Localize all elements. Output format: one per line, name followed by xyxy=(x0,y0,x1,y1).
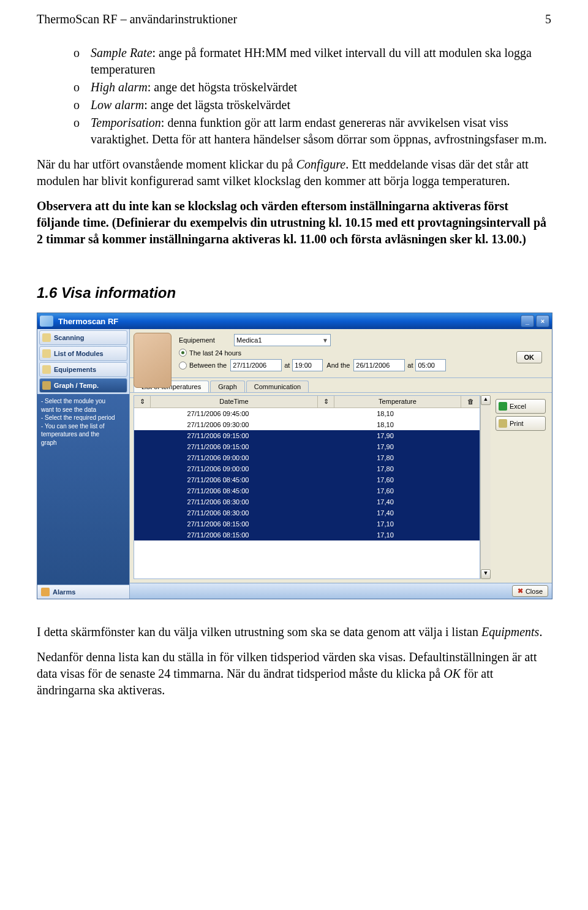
app-window: Thermoscan RF _ × Scanning List of Modul… xyxy=(37,313,552,599)
date-to-value: 26/11/2006 xyxy=(356,362,390,369)
bullet-item: oLow alarm: ange det lägsta tröskelvärde… xyxy=(74,97,551,113)
cell-temperature: 17,90 xyxy=(302,432,469,439)
paragraph-1: När du har utfört ovanstående moment kli… xyxy=(37,156,551,189)
equipement-value: Medica1 xyxy=(236,336,262,344)
cell-datetime: 27/11/2006 08:30:00 xyxy=(134,498,302,506)
sidebar-help: - Select the module youwant to see the d… xyxy=(37,394,129,585)
table-row[interactable]: 27/11/2006 09:15:0017,90 xyxy=(134,441,480,452)
at-label-2: at xyxy=(407,362,413,369)
close-label: Close xyxy=(526,588,543,595)
chevron-down-icon: ▼ xyxy=(322,337,328,344)
sidebar-label-graph: Graph / Temp. xyxy=(54,382,99,389)
action-panel: Excel Print xyxy=(491,395,548,579)
excel-button[interactable]: Excel xyxy=(496,399,546,414)
date-from-input[interactable]: 27/11/2006 xyxy=(230,359,282,371)
scroll-down-icon[interactable]: ▼ xyxy=(481,569,491,579)
col-temperature[interactable]: Temperature xyxy=(334,396,461,408)
cell-datetime: 27/11/2006 09:00:00 xyxy=(134,465,302,472)
tab-communication[interactable]: Communication xyxy=(246,381,309,392)
tab-graph[interactable]: Graph xyxy=(210,381,245,392)
excel-label: Excel xyxy=(510,403,526,410)
equipement-combo[interactable]: Medica1 ▼ xyxy=(234,334,331,346)
cell-temperature: 17,60 xyxy=(302,487,469,495)
bullet-term: Sample Rate xyxy=(91,46,153,59)
device-image xyxy=(134,333,172,388)
footer-p1a: I detta skärmfönster kan du välja vilken… xyxy=(37,625,481,639)
footer-p2term: OK xyxy=(443,667,461,680)
bullet-term: High alarm xyxy=(91,80,148,94)
equipement-label: Equipement xyxy=(179,336,228,344)
table-row[interactable]: 27/11/2006 09:30:0018,10 xyxy=(134,419,480,430)
help-line: want to see the data xyxy=(41,406,126,414)
footer-bar: ✖Close xyxy=(130,583,552,599)
col-handle2[interactable]: ⇕ xyxy=(318,396,334,408)
table-row[interactable]: 27/11/2006 09:00:0017,80 xyxy=(134,463,480,474)
scrollbar[interactable]: ▲ ▼ xyxy=(480,395,491,579)
table-row[interactable]: 27/11/2006 08:15:0017,10 xyxy=(134,518,480,529)
para1-term: Configure xyxy=(296,157,345,171)
table-row[interactable]: 27/11/2006 09:45:0018,10 xyxy=(134,408,480,419)
table-row[interactable]: 27/11/2006 08:45:0017,60 xyxy=(134,485,480,496)
table-row[interactable]: 27/11/2006 08:30:0017,40 xyxy=(134,507,480,518)
bullet-rest: : ange det lägsta tröskelvärdet xyxy=(144,98,290,112)
scanning-icon xyxy=(42,333,51,342)
ok-label: OK xyxy=(524,354,535,361)
cell-datetime: 27/11/2006 08:30:00 xyxy=(134,509,302,517)
close-button[interactable]: ✖Close xyxy=(512,585,548,597)
equipements-icon xyxy=(42,365,51,374)
sidebar-item-modules[interactable]: List of Modules xyxy=(39,346,127,361)
page-number: 5 xyxy=(545,12,551,26)
excel-icon xyxy=(499,402,507,411)
cell-datetime: 27/11/2006 08:45:00 xyxy=(134,487,302,495)
cell-datetime: 27/11/2006 08:15:00 xyxy=(134,531,302,539)
cell-temperature: 17,10 xyxy=(302,520,469,528)
ok-button[interactable]: OK xyxy=(516,351,543,363)
table-row[interactable]: 27/11/2006 08:45:0017,60 xyxy=(134,474,480,485)
print-button[interactable]: Print xyxy=(496,416,546,431)
time-from-input[interactable]: 19:00 xyxy=(292,359,323,371)
radio-between[interactable] xyxy=(179,362,187,370)
cell-temperature: 17,80 xyxy=(302,465,469,472)
titlebar: Thermoscan RF _ × xyxy=(37,313,552,329)
sidebar-item-alarms[interactable]: Alarms xyxy=(37,585,129,599)
col-delete-icon[interactable]: 🗑 xyxy=(461,396,480,408)
col-datetime[interactable]: DateTime xyxy=(151,396,318,408)
sidebar-item-scanning[interactable]: Scanning xyxy=(39,330,127,345)
cell-datetime: 27/11/2006 09:30:00 xyxy=(134,421,302,428)
col-handle[interactable]: ⇕ xyxy=(134,396,151,408)
section-heading: 1.6 Visa information xyxy=(37,284,551,301)
table-row[interactable]: 27/11/2006 08:30:0017,40 xyxy=(134,496,480,507)
andthe-label: And the xyxy=(326,362,350,369)
bullet-text: Sample Rate: ange på formatet HH:MM med … xyxy=(91,45,551,78)
data-table: ⇕ DateTime ⇕ Temperature 🗑 27/11/2006 09… xyxy=(134,395,480,579)
table-row[interactable]: 27/11/2006 08:15:0017,10 xyxy=(134,529,480,540)
cell-temperature: 17,80 xyxy=(302,454,469,461)
page-header: ThermoScan RF – användarinstruktioner 5 xyxy=(37,12,551,26)
filter-form: Equipement Medica1 ▼ The last 24 hours B… xyxy=(130,329,552,378)
window-title: Thermoscan RF xyxy=(58,317,118,326)
bullet-marker: o xyxy=(74,45,91,78)
table-row[interactable]: 27/11/2006 09:15:0017,90 xyxy=(134,430,480,441)
scroll-up-icon[interactable]: ▲ xyxy=(481,395,491,405)
bullet-text: Temporisation: denna funktion gör att la… xyxy=(91,115,551,148)
sidebar: Scanning List of Modules Equipements Gra… xyxy=(37,329,130,599)
time-to-input[interactable]: 05:00 xyxy=(415,359,446,371)
paragraph-2: Observera att du inte kan se klockslag o… xyxy=(37,198,551,248)
cell-datetime: 27/11/2006 09:15:00 xyxy=(134,443,302,450)
cell-temperature: 17,40 xyxy=(302,498,469,506)
bullet-text: Low alarm: ange det lägsta tröskelvärdet xyxy=(91,97,551,113)
cell-datetime: 27/11/2006 09:15:00 xyxy=(134,432,302,439)
date-to-input[interactable]: 26/11/2006 xyxy=(353,359,405,371)
radio-between-label: Between the xyxy=(189,362,227,369)
minimize-button[interactable]: _ xyxy=(521,315,534,327)
date-from-value: 27/11/2006 xyxy=(233,362,266,369)
sidebar-label-alarms: Alarms xyxy=(53,588,75,596)
bullet-list: oSample Rate: ange på formatet HH:MM med… xyxy=(74,45,551,148)
sidebar-item-equipements[interactable]: Equipements xyxy=(39,362,127,377)
bullet-term: Temporisation xyxy=(91,116,161,129)
close-window-button[interactable]: × xyxy=(536,315,549,327)
radio-last24[interactable] xyxy=(179,349,187,357)
sidebar-item-graph[interactable]: Graph / Temp. xyxy=(39,378,127,393)
tab-row: List of temperatures Graph Communication xyxy=(130,378,552,393)
table-row[interactable]: 27/11/2006 09:00:0017,80 xyxy=(134,452,480,463)
